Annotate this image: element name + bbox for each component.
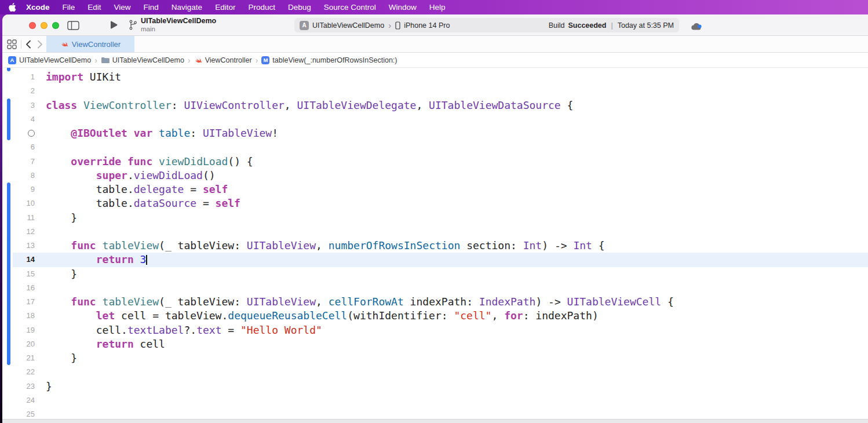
breadcrumb-item[interactable]: A UITableViewCellDemo [8,56,91,64]
swift-icon [194,56,202,64]
line-number[interactable]: 7 [2,155,35,169]
chevron-left-icon[interactable] [25,40,31,49]
activity-viewer: A UITableViewCellDemo › iPhone 14 Pro Bu… [294,18,679,32]
code-line[interactable]: table.delegate = self [46,183,868,196]
menu-item-file[interactable]: File [56,0,82,14]
branch-name: main [141,25,216,33]
menu-item-debug[interactable]: Debug [282,0,318,14]
code-line[interactable]: func tableView(_ tableView: UITableView,… [46,239,868,253]
breadcrumb-item[interactable]: UITableViewCellDemo [101,56,184,64]
menu-item-source-control[interactable]: Source Control [318,0,382,14]
code-line[interactable]: return cell [46,337,868,351]
menu-item-view[interactable]: View [108,0,137,14]
build-status-result: Succeeded [568,21,606,30]
menu-item-find[interactable]: Find [137,0,165,14]
menu-item-edit[interactable]: Edit [81,0,107,14]
sidebar-toggle-icon[interactable] [67,21,79,30]
breadcrumb-item[interactable]: ViewController [194,56,252,64]
build-status-time: Today at 5:35 PM [618,21,674,30]
code-line[interactable]: table.dataSource = self [46,196,868,210]
code-line[interactable]: class ViewController: UIViewController, … [46,99,868,112]
code-line[interactable]: import UIKit [46,70,868,84]
code-area[interactable]: import UIKitclass ViewController: UIView… [46,70,868,419]
breadcrumb: A UITableViewCellDemo› UITableViewCellDe… [8,56,397,65]
build-status[interactable]: Build Succeeded | Today at 5:35 PM [549,21,674,30]
code-line[interactable] [46,112,868,126]
code-line[interactable] [46,407,868,419]
code-line[interactable]: } [46,267,868,281]
line-number[interactable]: 6 [2,140,35,154]
folder-icon [101,57,110,64]
toolbar: UITableViewCellDemo main A UITableViewCe… [2,14,868,36]
line-number[interactable]: 25 [2,407,35,419]
breadcrumb-item[interactable]: M tableView(_:numberOfRowsInSection:) [261,56,397,64]
menu-item-navigate[interactable]: Navigate [165,0,209,14]
code-line[interactable] [46,140,868,154]
run-button[interactable] [110,21,118,30]
phone-icon [395,21,400,30]
code-line[interactable]: func tableView(_ tableView: UITableView,… [46,295,868,309]
scheme-selector[interactable]: A UITableViewCellDemo › iPhone 14 Pro [300,20,450,30]
apple-icon[interactable] [8,2,16,12]
code-line[interactable] [46,225,868,239]
xcode-screen: XcodeFileEditViewFindNavigateEditorProdu… [0,0,868,423]
chevron-right-icon: › [388,20,391,30]
menu-item-product[interactable]: Product [242,0,282,14]
chevron-right-icon[interactable] [37,40,43,49]
minimize-button[interactable] [41,22,48,29]
line-number[interactable]: 1 [2,70,35,84]
xcode-window: UITableViewCellDemo main A UITableViewCe… [2,14,868,423]
line-number[interactable]: 8 [2,169,35,183]
code-line[interactable]: return 3 [46,253,868,267]
code-line[interactable]: super.viewDidLoad() [46,169,868,183]
build-status-separator: | [611,21,612,30]
menu-item-help[interactable]: Help [423,0,452,14]
breadcrumb-separator-icon: › [94,56,97,65]
source-control-summary[interactable]: UITableViewCellDemo main [129,17,216,33]
text-cursor [146,255,147,265]
code-line[interactable]: let cell = tableView.dequeueReusableCell… [46,309,868,323]
line-number[interactable]: 24 [2,393,35,407]
code-line[interactable] [46,393,868,407]
menu-bar-items: XcodeFileEditViewFindNavigateEditorProdu… [20,0,452,14]
zoom-button[interactable] [52,22,59,29]
code-line[interactable]: cell.textLabel?.text = "Hello World" [46,323,868,337]
divider [21,40,21,49]
branch-icon [129,18,137,32]
line-number[interactable]: 22 [2,365,35,379]
code-line[interactable] [46,281,868,295]
breadcrumb-separator-icon: › [188,56,191,65]
breadcrumb-separator-icon: › [256,56,258,65]
source-change-bar [7,99,10,141]
tab-label: ViewController [72,40,121,49]
code-line[interactable] [46,365,868,379]
run-destination[interactable]: iPhone 14 Pro [404,21,450,30]
swift-icon [60,40,68,48]
swift-icon [60,40,68,48]
line-number[interactable]: 23 [2,380,35,393]
close-button[interactable] [29,22,36,29]
scheme-project-name[interactable]: UITableViewCellDemo [312,21,384,30]
iboutlet-connector-circle-icon[interactable] [28,130,35,137]
code-line[interactable]: override func viewDidLoad() { [46,155,868,169]
source-change-bar [7,68,10,71]
window-controls [29,22,59,29]
editor[interactable]: 1234678910111213141516171819202122232425… [2,68,868,419]
tab-viewcontroller[interactable]: ViewController [46,36,134,52]
code-line[interactable]: } [46,351,868,365]
source-change-bar [7,183,10,365]
line-number[interactable]: 2 [2,84,35,98]
cloud-sync-icon [691,21,704,31]
menu-item-xcode[interactable]: Xcode [20,0,56,14]
code-line[interactable]: } [46,380,868,393]
breadcrumb-label: UITableViewCellDemo [19,56,91,64]
code-line[interactable]: @IBOutlet var table: UITableView! [46,126,868,140]
scheme-app-icon: A [300,21,309,30]
code-line[interactable]: } [46,211,868,225]
menu-item-window[interactable]: Window [382,0,423,14]
breadcrumb-label: tableView(_:numberOfRowsInSection:) [272,56,397,64]
code-line[interactable] [46,84,868,98]
breadcrumb-label: ViewController [205,56,252,64]
menu-item-editor[interactable]: Editor [209,0,242,14]
tab-overview-grid-icon[interactable] [7,39,17,49]
